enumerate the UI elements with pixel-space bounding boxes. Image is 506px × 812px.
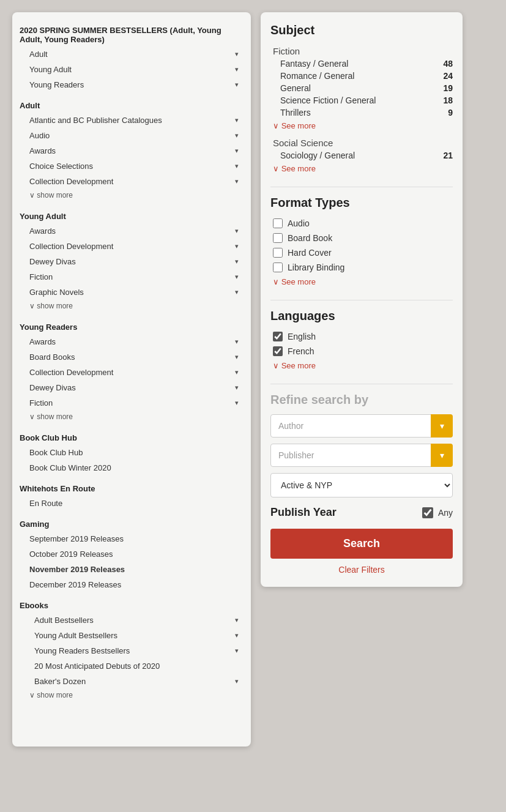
status-select[interactable]: Active & NYP Active NYP Out of Print (270, 473, 453, 497)
chevron-icon: ▾ (235, 273, 239, 281)
clear-filters-link[interactable]: Clear Filters (270, 565, 453, 575)
publish-year-any-checkbox[interactable] (422, 507, 433, 518)
chevron-icon: ▾ (235, 338, 239, 346)
chevron-icon: ▾ (235, 242, 239, 250)
nav-item-audio[interactable]: Audio ▾ (20, 128, 244, 143)
nav-item-adult[interactable]: Adult ▾ (20, 47, 244, 62)
nav-item-bakers-dozen[interactable]: Baker's Dozen ▾ (20, 674, 244, 689)
format-boardbook-checkbox[interactable] (273, 233, 283, 243)
chevron-icon: ▾ (235, 65, 239, 73)
section-header-adult: Adult (20, 97, 244, 113)
language-english-checkbox[interactable] (273, 332, 283, 341)
nav-item-choice[interactable]: Choice Selections ▾ (20, 158, 244, 174)
see-more-social-science[interactable]: See more (270, 162, 453, 178)
nav-item-yr-bestsellers[interactable]: Young Readers Bestsellers ▾ (20, 643, 244, 658)
show-more-ebooks[interactable]: show more (20, 689, 244, 703)
publisher-dropdown-wrapper: Publisher ▾ (270, 444, 453, 467)
subject-thrillers[interactable]: Thrillers 9 (270, 106, 453, 119)
format-hardcover-checkbox[interactable] (273, 248, 283, 258)
right-filter-panel: Subject Fiction Fantasy / General 48 Rom… (261, 12, 463, 587)
section-header-gaming: Gaming (20, 516, 244, 531)
nav-item-ya-dewey[interactable]: Dewey Divas ▾ (20, 254, 244, 269)
nav-item-oct-2019[interactable]: October 2019 Releases (20, 546, 244, 562)
see-more-format[interactable]: See more (270, 275, 453, 291)
nav-item-en-route[interactable]: En Route (20, 496, 244, 511)
chevron-icon: ▾ (235, 227, 239, 235)
languages-title: Languages (270, 309, 453, 323)
chevron-icon: ▾ (235, 147, 239, 155)
nav-item-yr-fiction[interactable]: Fiction ▾ (20, 395, 244, 411)
nav-item-ya-awards[interactable]: Awards ▾ (20, 223, 244, 239)
format-library-item[interactable]: Library Binding (270, 260, 453, 275)
nav-item-collection-dev[interactable]: Collection Development ▾ (20, 174, 244, 189)
format-audio-checkbox[interactable] (273, 218, 283, 228)
nav-item-yr-dewey[interactable]: Dewey Divas ▾ (20, 380, 244, 395)
nav-item-ya-collection[interactable]: Collection Development ▾ (20, 239, 244, 254)
subject-scifi[interactable]: Science Fiction / General 18 (270, 94, 453, 106)
chevron-icon: ▾ (235, 353, 239, 361)
section-adult: Adult Atlantic and BC Publisher Catalogu… (20, 97, 244, 203)
format-hardcover-item[interactable]: Hard Cover (270, 245, 453, 260)
nav-item-sept-2019[interactable]: September 2019 Releases (20, 531, 244, 546)
left-navigation-panel: 2020 SPRING SUMMER BESTSELLERS (Adult, Y… (12, 12, 251, 747)
chevron-icon: ▾ (235, 177, 239, 185)
chevron-icon: ▾ (235, 116, 239, 124)
subject-sociology[interactable]: Sociology / General 21 (270, 149, 453, 162)
publish-year-row: Publish Year Any (270, 506, 453, 519)
search-button[interactable]: Search (270, 529, 453, 559)
subject-general[interactable]: General 19 (270, 82, 453, 94)
format-boardbook-item[interactable]: Board Book (270, 231, 453, 245)
refine-search-title: Refine search by (270, 393, 453, 407)
nav-item-awards[interactable]: Awards ▾ (20, 143, 244, 158)
nav-item-young-readers[interactable]: Young Readers ▾ (20, 77, 244, 92)
chevron-icon: ▾ (235, 384, 239, 392)
language-french-checkbox[interactable] (273, 346, 283, 356)
chevron-icon: ▾ (235, 258, 239, 266)
section-header-book-club: Book Club Hub (20, 430, 244, 445)
nav-item-ya-graphic[interactable]: Graphic Novels ▾ (20, 285, 244, 300)
divider-2 (270, 300, 453, 300)
format-library-checkbox[interactable] (273, 263, 283, 272)
section-book-club: Book Club Hub Book Club Hub Book Club Wi… (20, 430, 244, 475)
section-young-readers: Young Readers Awards ▾ Board Books ▾ Col… (20, 319, 244, 425)
nav-item-ya-fiction[interactable]: Fiction ▾ (20, 269, 244, 285)
chevron-icon: ▾ (235, 81, 239, 89)
chevron-icon: ▾ (235, 288, 239, 296)
nav-item-atlantic[interactable]: Atlantic and BC Publisher Catalogues ▾ (20, 113, 244, 128)
nav-item-yr-board[interactable]: Board Books ▾ (20, 349, 244, 365)
see-more-fiction[interactable]: See more (270, 119, 453, 135)
nav-item-20-anticipated[interactable]: 20 Most Anticipated Debuts of 2020 (20, 658, 244, 674)
publisher-select[interactable]: Publisher (270, 444, 453, 467)
nav-item-ya-bestsellers[interactable]: Young Adult Bestsellers ▾ (20, 628, 244, 643)
format-audio-item[interactable]: Audio (270, 216, 453, 231)
chevron-icon: ▾ (235, 399, 239, 407)
section-header-young-readers: Young Readers (20, 319, 244, 334)
nav-item-adult-bestsellers[interactable]: Adult Bestsellers ▾ (20, 613, 244, 628)
section-gaming: Gaming September 2019 Releases October 2… (20, 516, 244, 592)
chevron-icon: ▾ (235, 616, 239, 624)
nav-item-book-club-hub[interactable]: Book Club Hub (20, 445, 244, 460)
chevron-icon: ▾ (235, 132, 239, 140)
subject-fantasy[interactable]: Fantasy / General 48 (270, 58, 453, 70)
show-more-adult[interactable]: show more (20, 189, 244, 203)
language-english-item[interactable]: English (270, 329, 453, 344)
author-select[interactable]: Author (270, 414, 453, 438)
chevron-icon: ▾ (235, 647, 239, 655)
nav-item-young-adult[interactable]: Young Adult ▾ (20, 62, 244, 77)
show-more-yr[interactable]: show more (20, 411, 244, 425)
chevron-icon: ▾ (235, 162, 239, 170)
nav-item-dec-2019[interactable]: December 2019 Releases (20, 577, 244, 592)
chevron-icon: ▾ (235, 50, 239, 58)
nav-item-yr-collection[interactable]: Collection Development ▾ (20, 365, 244, 380)
nav-item-nov-2019[interactable]: November 2019 Releases (20, 562, 244, 577)
publish-year-label: Publish Year (270, 506, 417, 519)
subject-romance[interactable]: Romance / General 24 (270, 70, 453, 82)
language-french-item[interactable]: French (270, 344, 453, 359)
nav-item-yr-awards[interactable]: Awards ▾ (20, 334, 244, 349)
nav-item-book-club-winter[interactable]: Book Club Winter 2020 (20, 460, 244, 475)
fiction-category-label: Fiction (270, 43, 453, 58)
show-more-ya[interactable]: show more (20, 300, 244, 314)
section-header-whitehots: Whitehots En Route (20, 480, 244, 496)
see-more-languages[interactable]: See more (270, 359, 453, 375)
subject-title: Subject (270, 23, 453, 37)
